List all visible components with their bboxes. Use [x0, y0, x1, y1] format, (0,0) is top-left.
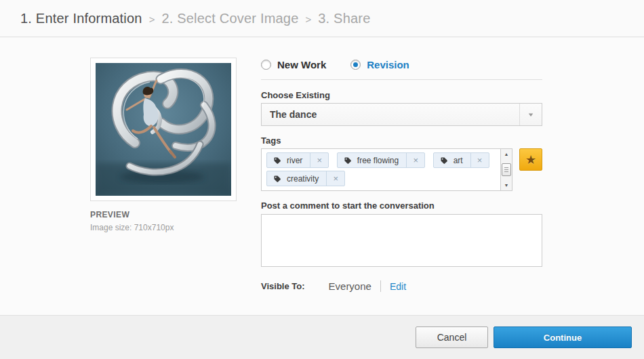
dropdown-arrow-button[interactable]: ▼: [519, 104, 542, 125]
comment-textarea[interactable]: [261, 214, 542, 267]
scroll-down-icon[interactable]: ▼: [501, 181, 512, 190]
tag-chip: art ×: [433, 152, 489, 168]
tag-label: river: [286, 156, 310, 165]
work-type-radio-group: New Work Revision: [261, 59, 409, 70]
wizard-step-share: 3. Share: [318, 11, 370, 26]
tag-chip: free flowing ×: [337, 152, 425, 168]
artwork-preview: [90, 58, 237, 201]
tag-icon: [434, 156, 453, 165]
tag-icon: [338, 156, 357, 165]
remove-tag-icon[interactable]: ×: [327, 173, 344, 184]
radio-new-work-label[interactable]: New Work: [277, 59, 326, 70]
tags-scrollbar[interactable]: ▲ ▼: [500, 149, 512, 190]
tags-label: Tags: [261, 135, 281, 146]
tag-label: free flowing: [357, 156, 406, 165]
wizard-footer: Cancel Continue: [0, 315, 644, 359]
breadcrumb-separator: >: [149, 12, 155, 25]
comment-label: Post a comment to start the conversation: [261, 200, 435, 211]
visible-to-value: Everyone: [329, 280, 371, 292]
cancel-button[interactable]: Cancel: [416, 326, 488, 348]
scrollbar-thumb[interactable]: [502, 163, 511, 176]
choose-existing-dropdown[interactable]: The dance ▼: [261, 103, 542, 126]
remove-tag-icon[interactable]: ×: [471, 155, 489, 165]
divider: [261, 79, 542, 80]
choose-existing-value: The dance: [262, 109, 317, 120]
continue-button[interactable]: Continue: [494, 326, 632, 348]
wizard-step-select-cover-image: 2. Select Cover Image: [161, 11, 298, 26]
remove-tag-icon[interactable]: ×: [407, 155, 424, 165]
preview-label: PREVIEW: [90, 210, 129, 219]
divider: [380, 280, 381, 292]
radio-option-new-work[interactable]: New Work: [261, 59, 326, 70]
share-work-wizard: 1. Enter Information > 2. Select Cover I…: [0, 0, 644, 359]
tag-label: creativity: [286, 174, 326, 184]
tag-icon: [267, 175, 286, 183]
star-icon: ★: [525, 152, 536, 167]
visible-to-label: Visible To:: [261, 281, 305, 291]
chevron-down-icon: ▼: [527, 112, 534, 118]
radio-revision-icon[interactable]: [350, 60, 361, 70]
preview-image-size: Image size: 710x710px: [90, 223, 174, 232]
wizard-steps-header: 1. Enter Information > 2. Select Cover I…: [0, 0, 644, 37]
radio-option-revision[interactable]: Revision: [350, 59, 409, 70]
tag-chip: creativity ×: [266, 171, 345, 186]
tag-icon: [267, 156, 286, 165]
feature-star-button[interactable]: ★: [519, 148, 542, 171]
artwork-image: [96, 63, 231, 196]
tag-chip: river ×: [266, 152, 329, 168]
radio-revision-label[interactable]: Revision: [367, 59, 409, 70]
scroll-up-icon[interactable]: ▲: [501, 150, 512, 159]
breadcrumb-separator: >: [306, 12, 312, 25]
remove-tag-icon[interactable]: ×: [310, 155, 328, 165]
choose-existing-label: Choose Existing: [261, 90, 330, 100]
tag-chip-list: river × free flowing × art ×: [262, 149, 500, 190]
visibility-row: Visible To: Everyone Edit: [261, 280, 406, 292]
tags-input-box[interactable]: river × free flowing × art ×: [261, 148, 512, 191]
radio-new-work-icon[interactable]: [261, 60, 271, 70]
tag-label: art: [453, 156, 470, 165]
edit-visibility-link[interactable]: Edit: [390, 281, 406, 292]
wizard-step-enter-information: 1. Enter Information: [20, 11, 142, 26]
